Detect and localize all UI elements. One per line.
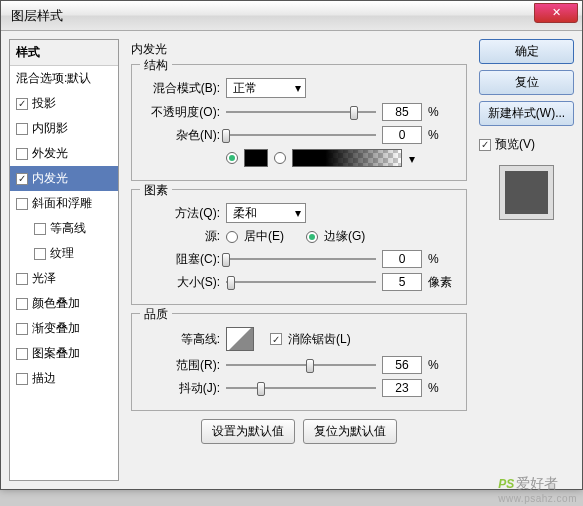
color-radio[interactable]: [226, 152, 238, 164]
noise-unit: %: [428, 128, 456, 142]
size-slider[interactable]: [226, 274, 376, 290]
range-input[interactable]: 56: [382, 356, 422, 374]
make-default-button[interactable]: 设置为默认值: [201, 419, 295, 444]
source-edge-label: 边缘(G): [324, 228, 365, 245]
choke-slider[interactable]: [226, 251, 376, 267]
range-unit: %: [428, 358, 456, 372]
style-item-label: 光泽: [32, 270, 56, 287]
technique-select[interactable]: 柔和: [226, 203, 306, 223]
style-item-checkbox[interactable]: [16, 273, 28, 285]
panel-title: 内发光: [127, 39, 471, 60]
quality-legend: 品质: [140, 306, 172, 323]
jitter-label: 抖动(J):: [142, 380, 220, 397]
technique-label: 方法(Q):: [142, 205, 220, 222]
style-item-label: 内发光: [32, 170, 68, 187]
choke-input[interactable]: 0: [382, 250, 422, 268]
title-bar[interactable]: 图层样式 ✕: [1, 1, 582, 31]
style-item-checkbox[interactable]: [16, 148, 28, 160]
size-unit: 像素: [428, 274, 456, 291]
style-item-10[interactable]: 图案叠加: [10, 341, 118, 366]
opacity-label: 不透明度(O):: [142, 104, 220, 121]
blending-options-item[interactable]: 混合选项:默认: [10, 66, 118, 91]
style-item-checkbox[interactable]: [16, 123, 28, 135]
style-item-label: 描边: [32, 370, 56, 387]
styles-list-header: 样式: [10, 40, 118, 66]
range-slider[interactable]: [226, 357, 376, 373]
style-item-checkbox[interactable]: [34, 223, 46, 235]
style-item-checkbox[interactable]: [16, 298, 28, 310]
range-label: 范围(R):: [142, 357, 220, 374]
style-item-checkbox[interactable]: [16, 348, 28, 360]
gradient-picker[interactable]: [292, 149, 402, 167]
jitter-slider[interactable]: [226, 380, 376, 396]
layer-style-dialog: 图层样式 ✕ 样式 混合选项:默认 投影内阴影外发光内发光斜面和浮雕等高线纹理光…: [0, 0, 583, 490]
window-title: 图层样式: [11, 7, 63, 25]
opacity-input[interactable]: 85: [382, 103, 422, 121]
color-swatch[interactable]: [244, 149, 268, 167]
watermark-url: www.psahz.com: [498, 493, 577, 504]
style-item-8[interactable]: 颜色叠加: [10, 291, 118, 316]
ok-button[interactable]: 确定: [479, 39, 574, 64]
close-button[interactable]: ✕: [534, 3, 578, 23]
style-item-checkbox[interactable]: [16, 198, 28, 210]
style-item-label: 斜面和浮雕: [32, 195, 92, 212]
jitter-input[interactable]: 23: [382, 379, 422, 397]
action-panel: 确定 复位 新建样式(W)... 预览(V): [479, 39, 574, 481]
contour-label: 等高线:: [142, 331, 220, 348]
default-buttons-row: 设置为默认值 复位为默认值: [127, 419, 471, 444]
size-label: 大小(S):: [142, 274, 220, 291]
noise-input[interactable]: 0: [382, 126, 422, 144]
preview-label: 预览(V): [495, 136, 535, 153]
blend-mode-label: 混合模式(B):: [142, 80, 220, 97]
style-item-checkbox[interactable]: [16, 98, 28, 110]
quality-group: 品质 等高线: 消除锯齿(L) 范围(R): 56 % 抖动(J):: [131, 313, 467, 411]
blend-mode-select[interactable]: 正常: [226, 78, 306, 98]
style-item-4[interactable]: 斜面和浮雕: [10, 191, 118, 216]
style-item-6[interactable]: 纹理: [10, 241, 118, 266]
choke-unit: %: [428, 252, 456, 266]
jitter-unit: %: [428, 381, 456, 395]
source-edge-radio[interactable]: [306, 231, 318, 243]
antialias-checkbox[interactable]: [270, 333, 282, 345]
style-item-2[interactable]: 外发光: [10, 141, 118, 166]
noise-slider[interactable]: [226, 127, 376, 143]
style-item-7[interactable]: 光泽: [10, 266, 118, 291]
style-item-checkbox[interactable]: [16, 173, 28, 185]
preview-checkbox[interactable]: [479, 139, 491, 151]
choke-label: 阻塞(C):: [142, 251, 220, 268]
size-input[interactable]: 5: [382, 273, 422, 291]
preview-swatch: [499, 165, 554, 220]
new-style-button[interactable]: 新建样式(W)...: [479, 101, 574, 126]
noise-label: 杂色(N):: [142, 127, 220, 144]
style-item-1[interactable]: 内阴影: [10, 116, 118, 141]
source-label: 源:: [142, 228, 220, 245]
source-center-label: 居中(E): [244, 228, 284, 245]
watermark-cn: 爱好者: [516, 475, 558, 491]
style-item-checkbox[interactable]: [16, 323, 28, 335]
style-item-label: 颜色叠加: [32, 295, 80, 312]
style-item-label: 内阴影: [32, 120, 68, 137]
style-item-label: 等高线: [50, 220, 86, 237]
style-item-label: 渐变叠加: [32, 320, 80, 337]
style-item-11[interactable]: 描边: [10, 366, 118, 391]
style-item-label: 图案叠加: [32, 345, 80, 362]
elements-legend: 图素: [140, 182, 172, 199]
style-item-checkbox[interactable]: [16, 373, 28, 385]
cancel-button[interactable]: 复位: [479, 70, 574, 95]
styles-list-panel: 样式 混合选项:默认 投影内阴影外发光内发光斜面和浮雕等高线纹理光泽颜色叠加渐变…: [9, 39, 119, 481]
style-item-0[interactable]: 投影: [10, 91, 118, 116]
style-item-3[interactable]: 内发光: [10, 166, 118, 191]
reset-default-button[interactable]: 复位为默认值: [303, 419, 397, 444]
watermark-brand: PS: [498, 477, 514, 491]
style-item-5[interactable]: 等高线: [10, 216, 118, 241]
structure-group: 结构 混合模式(B): 正常 不透明度(O): 85 % 杂色(N): 0 %: [131, 64, 467, 181]
contour-picker[interactable]: [226, 327, 254, 351]
opacity-slider[interactable]: [226, 104, 376, 120]
gradient-radio[interactable]: [274, 152, 286, 164]
structure-legend: 结构: [140, 57, 172, 74]
style-item-label: 纹理: [50, 245, 74, 262]
source-center-radio[interactable]: [226, 231, 238, 243]
style-item-9[interactable]: 渐变叠加: [10, 316, 118, 341]
watermark: PS爱好者 www.psahz.com: [498, 472, 577, 504]
style-item-checkbox[interactable]: [34, 248, 46, 260]
